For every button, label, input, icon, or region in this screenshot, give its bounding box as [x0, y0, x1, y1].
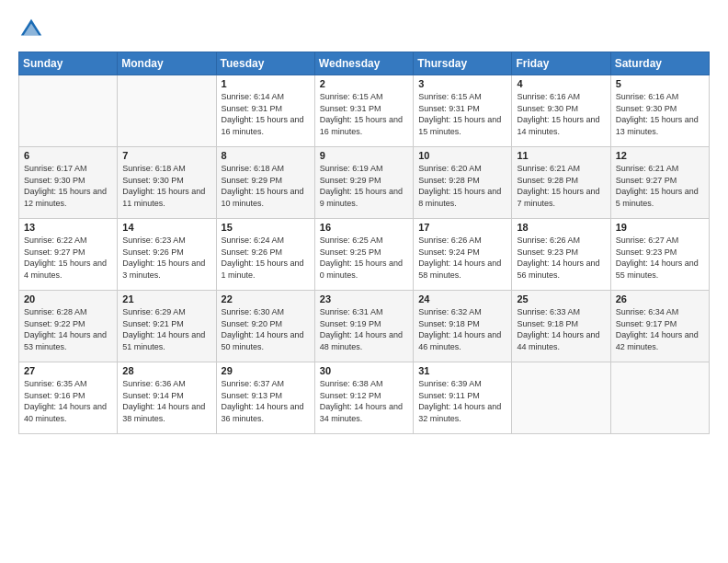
day-number: 30	[320, 365, 408, 376]
day-info: Sunrise: 6:37 AM Sunset: 9:13 PM Dayligh…	[222, 378, 310, 424]
calendar-cell: 3Sunrise: 6:15 AM Sunset: 9:31 PM Daylig…	[414, 75, 512, 147]
calendar-cell: 8Sunrise: 6:18 AM Sunset: 9:29 PM Daylig…	[216, 147, 314, 219]
day-info: Sunrise: 6:14 AM Sunset: 9:31 PM Dayligh…	[222, 91, 310, 137]
day-number: 16	[320, 222, 408, 233]
calendar-cell: 20Sunrise: 6:28 AM Sunset: 9:22 PM Dayli…	[19, 291, 118, 362]
day-number: 28	[122, 365, 210, 376]
day-info: Sunrise: 6:27 AM Sunset: 9:23 PM Dayligh…	[616, 235, 704, 281]
day-info: Sunrise: 6:16 AM Sunset: 9:30 PM Dayligh…	[517, 91, 605, 137]
calendar-cell: 28Sunrise: 6:36 AM Sunset: 9:14 PM Dayli…	[118, 362, 216, 434]
calendar-cell: 26Sunrise: 6:34 AM Sunset: 9:17 PM Dayli…	[610, 291, 709, 362]
day-info: Sunrise: 6:24 AM Sunset: 9:26 PM Dayligh…	[222, 235, 310, 281]
day-number: 21	[122, 293, 210, 304]
day-number: 5	[616, 78, 704, 89]
day-number: 22	[222, 293, 310, 304]
weekday-header: Friday	[512, 52, 610, 75]
day-number: 12	[616, 150, 704, 161]
day-number: 23	[320, 293, 408, 304]
day-info: Sunrise: 6:28 AM Sunset: 9:22 PM Dayligh…	[24, 306, 112, 352]
day-number: 10	[418, 150, 506, 161]
day-number: 3	[418, 78, 506, 89]
day-number: 7	[122, 150, 210, 161]
day-number: 14	[122, 222, 210, 233]
day-number: 18	[517, 222, 605, 233]
calendar-cell: 9Sunrise: 6:19 AM Sunset: 9:29 PM Daylig…	[314, 147, 413, 219]
weekday-header: Thursday	[414, 52, 512, 75]
day-number: 31	[418, 365, 506, 376]
day-info: Sunrise: 6:19 AM Sunset: 9:29 PM Dayligh…	[320, 163, 408, 209]
calendar-cell: 13Sunrise: 6:22 AM Sunset: 9:27 PM Dayli…	[19, 219, 118, 291]
day-number: 2	[320, 78, 408, 89]
calendar-cell: 4Sunrise: 6:16 AM Sunset: 9:30 PM Daylig…	[512, 75, 610, 147]
day-info: Sunrise: 6:30 AM Sunset: 9:20 PM Dayligh…	[222, 306, 310, 352]
day-info: Sunrise: 6:18 AM Sunset: 9:30 PM Dayligh…	[122, 163, 210, 209]
day-info: Sunrise: 6:21 AM Sunset: 9:27 PM Dayligh…	[616, 163, 704, 209]
calendar-week-row: 1Sunrise: 6:14 AM Sunset: 9:31 PM Daylig…	[19, 75, 710, 147]
calendar-cell: 10Sunrise: 6:20 AM Sunset: 9:28 PM Dayli…	[414, 147, 512, 219]
calendar-cell: 17Sunrise: 6:26 AM Sunset: 9:24 PM Dayli…	[414, 219, 512, 291]
day-info: Sunrise: 6:22 AM Sunset: 9:27 PM Dayligh…	[24, 235, 112, 281]
day-info: Sunrise: 6:36 AM Sunset: 9:14 PM Dayligh…	[122, 378, 210, 424]
logo-icon	[18, 17, 44, 42]
calendar-cell: 25Sunrise: 6:33 AM Sunset: 9:18 PM Dayli…	[512, 291, 610, 362]
calendar-cell	[610, 362, 709, 434]
day-info: Sunrise: 6:33 AM Sunset: 9:18 PM Dayligh…	[517, 306, 605, 352]
calendar-cell: 30Sunrise: 6:38 AM Sunset: 9:12 PM Dayli…	[314, 362, 413, 434]
weekday-header: Saturday	[610, 52, 709, 75]
day-info: Sunrise: 6:21 AM Sunset: 9:28 PM Dayligh…	[517, 163, 605, 209]
day-number: 9	[320, 150, 408, 161]
page-header	[18, 17, 710, 42]
day-number: 1	[222, 78, 310, 89]
calendar-cell: 11Sunrise: 6:21 AM Sunset: 9:28 PM Dayli…	[512, 147, 610, 219]
day-info: Sunrise: 6:16 AM Sunset: 9:30 PM Dayligh…	[616, 91, 704, 137]
calendar-cell: 12Sunrise: 6:21 AM Sunset: 9:27 PM Dayli…	[610, 147, 709, 219]
day-info: Sunrise: 6:23 AM Sunset: 9:26 PM Dayligh…	[122, 235, 210, 281]
day-info: Sunrise: 6:31 AM Sunset: 9:19 PM Dayligh…	[320, 306, 408, 352]
calendar-week-row: 27Sunrise: 6:35 AM Sunset: 9:16 PM Dayli…	[19, 362, 710, 434]
day-info: Sunrise: 6:26 AM Sunset: 9:23 PM Dayligh…	[517, 235, 605, 281]
day-number: 17	[418, 222, 506, 233]
day-info: Sunrise: 6:20 AM Sunset: 9:28 PM Dayligh…	[418, 163, 506, 209]
calendar-cell	[118, 75, 216, 147]
day-number: 8	[222, 150, 310, 161]
day-number: 26	[616, 293, 704, 304]
day-info: Sunrise: 6:34 AM Sunset: 9:17 PM Dayligh…	[616, 306, 704, 352]
calendar-cell: 1Sunrise: 6:14 AM Sunset: 9:31 PM Daylig…	[216, 75, 314, 147]
calendar-cell: 18Sunrise: 6:26 AM Sunset: 9:23 PM Dayli…	[512, 219, 610, 291]
calendar-cell: 31Sunrise: 6:39 AM Sunset: 9:11 PM Dayli…	[414, 362, 512, 434]
day-number: 6	[24, 150, 112, 161]
day-info: Sunrise: 6:25 AM Sunset: 9:25 PM Dayligh…	[320, 235, 408, 281]
day-number: 11	[517, 150, 605, 161]
day-number: 19	[616, 222, 704, 233]
calendar-table: SundayMondayTuesdayWednesdayThursdayFrid…	[18, 52, 710, 434]
calendar-week-row: 13Sunrise: 6:22 AM Sunset: 9:27 PM Dayli…	[19, 219, 710, 291]
calendar-cell: 14Sunrise: 6:23 AM Sunset: 9:26 PM Dayli…	[118, 219, 216, 291]
day-number: 24	[418, 293, 506, 304]
calendar-cell: 7Sunrise: 6:18 AM Sunset: 9:30 PM Daylig…	[118, 147, 216, 219]
weekday-header: Monday	[118, 52, 216, 75]
day-number: 29	[222, 365, 310, 376]
calendar-cell: 27Sunrise: 6:35 AM Sunset: 9:16 PM Dayli…	[19, 362, 118, 434]
day-info: Sunrise: 6:15 AM Sunset: 9:31 PM Dayligh…	[320, 91, 408, 137]
calendar-header-row: SundayMondayTuesdayWednesdayThursdayFrid…	[19, 52, 710, 75]
calendar-cell	[512, 362, 610, 434]
calendar-cell	[19, 75, 118, 147]
day-number: 13	[24, 222, 112, 233]
calendar-cell: 22Sunrise: 6:30 AM Sunset: 9:20 PM Dayli…	[216, 291, 314, 362]
day-number: 20	[24, 293, 112, 304]
calendar-cell: 21Sunrise: 6:29 AM Sunset: 9:21 PM Dayli…	[118, 291, 216, 362]
day-info: Sunrise: 6:15 AM Sunset: 9:31 PM Dayligh…	[418, 91, 506, 137]
day-number: 4	[517, 78, 605, 89]
weekday-header: Tuesday	[216, 52, 314, 75]
calendar-cell: 16Sunrise: 6:25 AM Sunset: 9:25 PM Dayli…	[314, 219, 413, 291]
calendar-cell: 2Sunrise: 6:15 AM Sunset: 9:31 PM Daylig…	[314, 75, 413, 147]
calendar-cell: 19Sunrise: 6:27 AM Sunset: 9:23 PM Dayli…	[610, 219, 709, 291]
day-info: Sunrise: 6:26 AM Sunset: 9:24 PM Dayligh…	[418, 235, 506, 281]
calendar-cell: 29Sunrise: 6:37 AM Sunset: 9:13 PM Dayli…	[216, 362, 314, 434]
calendar-cell: 5Sunrise: 6:16 AM Sunset: 9:30 PM Daylig…	[610, 75, 709, 147]
day-number: 25	[517, 293, 605, 304]
day-info: Sunrise: 6:38 AM Sunset: 9:12 PM Dayligh…	[320, 378, 408, 424]
day-info: Sunrise: 6:17 AM Sunset: 9:30 PM Dayligh…	[24, 163, 112, 209]
day-info: Sunrise: 6:35 AM Sunset: 9:16 PM Dayligh…	[24, 378, 112, 424]
day-info: Sunrise: 6:32 AM Sunset: 9:18 PM Dayligh…	[418, 306, 506, 352]
